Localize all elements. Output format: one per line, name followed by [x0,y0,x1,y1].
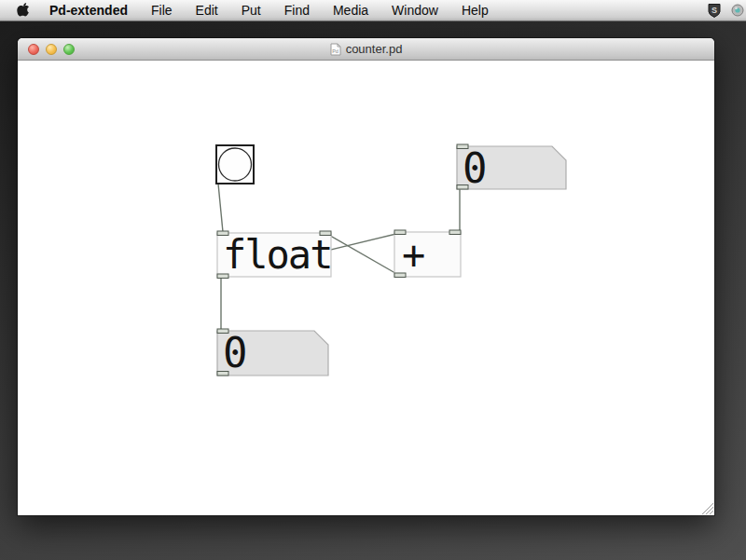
apple-icon [17,3,31,19]
shield-s-icon[interactable]: S [707,3,722,19]
minimize-button[interactable] [46,44,57,55]
menu-item-help[interactable]: Help [462,3,489,18]
outlet-nub[interactable] [217,372,228,376]
menu-item-edit[interactable]: Edit [196,3,218,18]
number-box-top[interactable] [457,144,566,189]
menu-item-find[interactable]: Find [284,3,310,18]
outlet-nub[interactable] [457,185,468,190]
menu-bar: Pd-extended File Edit Put Find Media Win… [0,0,746,21]
title-bar[interactable]: Pd counter.pd [18,38,714,61]
menu-item-put[interactable]: Put [242,3,261,18]
plus-object[interactable] [394,230,461,278]
float-object[interactable] [217,231,331,279]
wire-plus-to-float [325,233,400,276]
inlet-nub[interactable] [394,230,406,235]
menu-item-file[interactable]: File [151,3,173,18]
bang-object[interactable] [216,145,254,184]
resize-grip[interactable] [699,500,713,514]
number-box-bottom[interactable] [217,329,328,376]
outlet-nub[interactable] [394,273,406,278]
window-title: counter.pd [346,42,403,56]
inlet-nub[interactable] [449,230,461,235]
apple-menu[interactable] [17,3,31,19]
menu-item-media[interactable]: Media [333,3,368,18]
patch-window: Pd counter.pd [18,38,714,515]
screen-sharing-icon[interactable] [731,4,744,17]
bang-circle [219,148,252,181]
svg-text:S: S [711,5,717,14]
patch-canvas[interactable]: float + 0 0 [18,61,714,515]
inlet-nub[interactable] [320,231,331,236]
traffic-lights [28,44,75,55]
inlet-nub[interactable] [217,231,228,236]
document-icon: Pd [330,43,341,56]
menu-item-window[interactable]: Window [392,3,438,18]
zoom-button[interactable] [63,44,75,55]
inlet-nub[interactable] [457,144,468,149]
outlet-nub[interactable] [217,274,228,279]
menu-app-name[interactable]: Pd-extended [49,3,128,18]
inlet-nub[interactable] [217,329,228,334]
wire-bang-to-float [218,184,223,232]
svg-text:Pd: Pd [332,48,338,53]
close-button[interactable] [28,44,39,55]
